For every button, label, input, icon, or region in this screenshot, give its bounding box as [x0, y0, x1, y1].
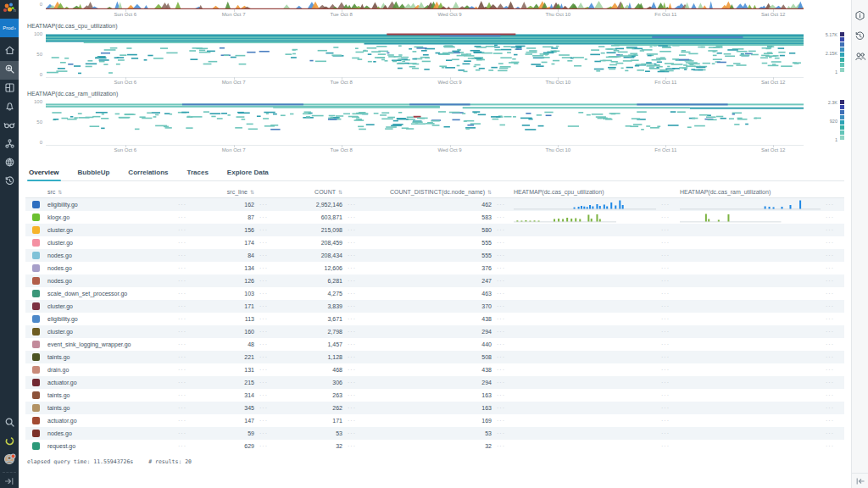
sidebar-item-history[interactable]: [0, 173, 19, 191]
cell-menu-dots[interactable]: ···: [254, 329, 276, 335]
cell-menu-dots[interactable]: ···: [342, 278, 364, 284]
cell-menu-dots[interactable]: ···: [173, 214, 207, 220]
cell-menu-dots[interactable]: ···: [254, 227, 276, 233]
cell-menu-dots[interactable]: ···: [173, 240, 207, 246]
sidebar-item-triggers[interactable]: [0, 117, 19, 136]
cell-menu-dots[interactable]: ···: [254, 380, 276, 385]
cell-menu-dots[interactable]: ···: [492, 291, 514, 297]
rail-collapse-button[interactable]: [852, 473, 868, 488]
cell-menu-dots[interactable]: ···: [821, 202, 844, 208]
cell-menu-dots[interactable]: ···: [254, 278, 276, 284]
cell-menu-dots[interactable]: ···: [173, 354, 207, 360]
cell-menu-dots[interactable]: ···: [492, 430, 514, 436]
strip-plot[interactable]: [46, 0, 804, 9]
cell-menu-dots[interactable]: ···: [656, 303, 680, 309]
cell-menu-dots[interactable]: ···: [342, 380, 364, 385]
cell-menu-dots[interactable]: ···: [254, 418, 276, 424]
cell-menu-dots[interactable]: ···: [492, 367, 514, 373]
cell-menu-dots[interactable]: ···: [254, 291, 276, 297]
cell-menu-dots[interactable]: ···: [173, 430, 207, 436]
cell-menu-dots[interactable]: ···: [342, 392, 364, 398]
cell-menu-dots[interactable]: ···: [342, 329, 364, 335]
cell-menu-dots[interactable]: ···: [821, 418, 844, 424]
cell-menu-dots[interactable]: ···: [173, 278, 207, 284]
cell-menu-dots[interactable]: ···: [254, 341, 276, 347]
cell-menu-dots[interactable]: ···: [342, 430, 364, 436]
cell-menu-dots[interactable]: ···: [492, 405, 514, 411]
cell-menu-dots[interactable]: ···: [656, 265, 680, 271]
table-row[interactable]: eligibility.go ··· 162 ··· 2,952,146 ···…: [25, 198, 844, 211]
col-header-src[interactable]: src⇅: [47, 189, 173, 195]
cell-menu-dots[interactable]: ···: [342, 405, 364, 411]
cell-menu-dots[interactable]: ···: [254, 316, 276, 322]
cell-menu-dots[interactable]: ···: [173, 202, 207, 208]
table-row[interactable]: taints.go ··· 221 ··· 1,128 ··· 508 ··· …: [25, 351, 844, 363]
tab-traces[interactable]: Traces: [185, 164, 209, 180]
cell-menu-dots[interactable]: ···: [173, 227, 207, 233]
cell-menu-dots[interactable]: ···: [173, 380, 207, 385]
cell-menu-dots[interactable]: ···: [656, 443, 680, 449]
sort-icon[interactable]: ⇅: [58, 190, 62, 195]
cell-menu-dots[interactable]: ···: [821, 430, 844, 436]
cell-menu-dots[interactable]: ···: [821, 354, 844, 360]
sidebar-expand-button[interactable]: [0, 474, 19, 488]
table-row[interactable]: cluster.go ··· 160 ··· 2,798 ··· 294 ···…: [25, 325, 844, 338]
cell-menu-dots[interactable]: ···: [656, 392, 680, 398]
cell-menu-dots[interactable]: ···: [342, 252, 364, 258]
cell-menu-dots[interactable]: ···: [821, 214, 844, 220]
cell-menu-dots[interactable]: ···: [821, 291, 844, 297]
cell-menu-dots[interactable]: ···: [821, 240, 844, 246]
cell-menu-dots[interactable]: ···: [173, 265, 207, 271]
table-row[interactable]: eligibility.go ··· 113 ··· 3,671 ··· 438…: [25, 313, 844, 325]
cell-menu-dots[interactable]: ···: [254, 265, 276, 271]
cell-menu-dots[interactable]: ···: [342, 227, 364, 233]
cell-menu-dots[interactable]: ···: [492, 341, 514, 347]
col-header-cpu-heatmap[interactable]: HEATMAP(dc.cas_cpu_utilization): [514, 189, 656, 195]
tab-overview[interactable]: Overview: [27, 164, 61, 180]
sidebar-item-pipelines[interactable]: [0, 136, 19, 154]
tab-correlations[interactable]: Correlations: [126, 164, 170, 180]
cell-menu-dots[interactable]: ···: [342, 443, 364, 449]
cell-menu-dots[interactable]: ···: [492, 392, 514, 398]
cell-menu-dots[interactable]: ···: [342, 214, 364, 220]
cell-menu-dots[interactable]: ···: [821, 392, 844, 398]
honeycomb-logo-icon[interactable]: h: [0, 0, 19, 19]
sidebar-item-usage[interactable]: [0, 433, 19, 452]
cell-menu-dots[interactable]: ···: [254, 405, 276, 411]
sidebar-item-boards[interactable]: [0, 80, 19, 98]
cell-menu-dots[interactable]: ···: [492, 252, 514, 258]
cell-menu-dots[interactable]: ···: [254, 392, 276, 398]
sort-icon[interactable]: ⇅: [487, 190, 492, 195]
cell-menu-dots[interactable]: ···: [173, 405, 207, 411]
col-header-count[interactable]: COUNT⇅: [276, 189, 342, 195]
cell-menu-dots[interactable]: ···: [656, 252, 680, 258]
col-header-count-distinct[interactable]: COUNT_DISTINCT(dc.node_name)⇅: [364, 189, 492, 195]
cell-menu-dots[interactable]: ···: [821, 380, 844, 385]
cell-menu-dots[interactable]: ···: [492, 278, 514, 284]
cell-menu-dots[interactable]: ···: [492, 316, 514, 322]
cell-menu-dots[interactable]: ···: [254, 303, 276, 309]
cell-menu-dots[interactable]: ···: [173, 291, 207, 297]
cell-menu-dots[interactable]: ···: [821, 329, 844, 335]
table-row[interactable]: drain.go ··· 131 ··· 468 ··· 438 ··· ···…: [25, 363, 844, 376]
cell-menu-dots[interactable]: ···: [342, 418, 364, 424]
cell-menu-dots[interactable]: ···: [821, 367, 844, 373]
cell-menu-dots[interactable]: ···: [656, 354, 680, 360]
cell-menu-dots[interactable]: ···: [656, 380, 680, 385]
table-row[interactable]: scale_down_set_processor.go ··· 103 ··· …: [25, 287, 844, 300]
cell-menu-dots[interactable]: ···: [821, 265, 844, 271]
cell-menu-dots[interactable]: ···: [342, 316, 364, 322]
cell-menu-dots[interactable]: ···: [492, 265, 514, 271]
rail-item-details[interactable]: [852, 7, 868, 27]
table-row[interactable]: actuator.go ··· 215 ··· 306 ··· 294 ··· …: [25, 376, 844, 389]
cell-menu-dots[interactable]: ···: [173, 418, 207, 424]
cell-menu-dots[interactable]: ···: [492, 303, 514, 309]
cell-menu-dots[interactable]: ···: [254, 430, 276, 436]
sidebar-item-query[interactable]: [0, 61, 19, 80]
table-row[interactable]: cluster.go ··· 171 ··· 3,839 ··· 370 ···…: [25, 300, 844, 313]
cell-menu-dots[interactable]: ···: [254, 252, 276, 258]
cell-menu-dots[interactable]: ···: [492, 443, 514, 449]
cell-menu-dots[interactable]: ···: [821, 316, 844, 322]
cell-menu-dots[interactable]: ···: [342, 202, 364, 208]
cell-menu-dots[interactable]: ···: [342, 354, 364, 360]
